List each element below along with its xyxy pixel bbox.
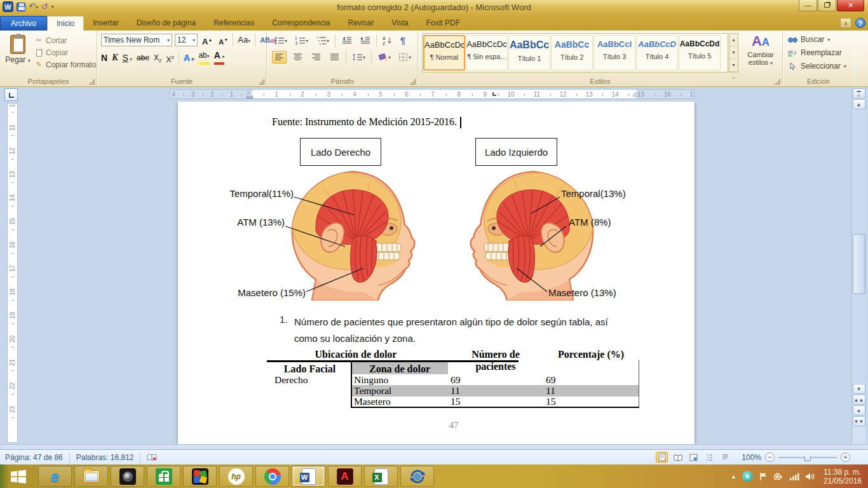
zoom-in-icon[interactable]: +	[841, 452, 850, 462]
justify-button[interactable]	[327, 51, 342, 64]
show-hidden-icons[interactable]: ▲	[731, 473, 736, 480]
left-indent-marker[interactable]	[247, 97, 253, 98]
minimize-button[interactable]: —	[799, 0, 817, 11]
change-case-button[interactable]: Aa▾	[236, 34, 252, 46]
taskbar-excel[interactable]: X	[363, 464, 399, 488]
antivirus-tray-icon[interactable]: e	[742, 471, 753, 482]
text-effects-button[interactable]: A ▾	[184, 51, 194, 65]
zoom-slider[interactable]	[778, 452, 837, 462]
numbering-button[interactable]: ▾	[293, 34, 310, 47]
taskbar-hp-app[interactable]: hp	[218, 464, 254, 488]
align-left-button[interactable]	[272, 51, 287, 64]
fullscreen-reading-view-icon[interactable]	[672, 452, 684, 463]
minimize-ribbon-icon[interactable]: ∧	[840, 18, 851, 28]
font-size-combo[interactable]: 12▾	[175, 34, 198, 46]
page-indicator[interactable]: Página: 47 de 86	[5, 453, 63, 462]
replace-button[interactable]: abac Reemplazar	[788, 48, 842, 57]
volume-speaker-icon[interactable]	[805, 472, 815, 481]
next-page-icon[interactable]: ▼▼	[853, 416, 865, 426]
draft-view-icon[interactable]	[719, 452, 731, 463]
browse-object-icon[interactable]: ●	[853, 405, 865, 416]
spellcheck-icon[interactable]	[147, 453, 158, 462]
cut-button[interactable]: ✂Cortar	[34, 34, 96, 46]
change-styles-button[interactable]: AA Cambiar estilos ▾	[742, 33, 779, 78]
find-button[interactable]: Buscar▾	[788, 35, 830, 44]
style-titulo-3[interactable]: AaBbCcITítulo 3	[593, 35, 635, 71]
zoom-level[interactable]: 100%	[742, 453, 761, 462]
tab-revisar[interactable]: Revisar	[339, 16, 383, 30]
tab-insertar[interactable]: Insertar	[84, 16, 128, 30]
subscript-button[interactable]: X2	[154, 51, 161, 65]
align-right-button[interactable]	[309, 51, 323, 64]
format-painter-button[interactable]: ✎Copiar formato	[34, 58, 96, 71]
sort-button[interactable]: AZ	[381, 34, 395, 47]
font-dialog-launcher[interactable]	[259, 79, 264, 85]
styles-expand-icon[interactable]: ▼─	[729, 59, 738, 72]
horizontal-ruler[interactable]: 43211234567891011121314151617	[169, 89, 695, 99]
style-normal[interactable]: AaBbCcDc¶ Normal	[423, 35, 465, 71]
decrease-indent-button[interactable]	[339, 34, 354, 47]
previous-page-icon[interactable]: ▲▲	[853, 395, 865, 405]
bullets-button[interactable]: ▾	[272, 34, 289, 47]
align-center-button[interactable]	[290, 51, 305, 64]
italic-button[interactable]: K	[112, 51, 118, 65]
styles-dialog-launcher[interactable]	[775, 79, 780, 85]
styles-scroll-down-icon[interactable]: ▼	[729, 46, 738, 59]
taskbar-acrobat[interactable]: A	[327, 464, 363, 488]
select-button[interactable]: Seleccionar▾	[788, 62, 846, 71]
zoom-slider-thumb[interactable]	[804, 454, 811, 461]
tab-stop-marker[interactable]	[492, 92, 496, 96]
strikethrough-button[interactable]: abe	[137, 51, 149, 65]
restore-button[interactable]	[818, 0, 836, 11]
style-sin-espaciado[interactable]: AaBbCcDc¶ Sin espa...	[466, 35, 508, 71]
network-signal-icon[interactable]	[789, 472, 799, 480]
word-count[interactable]: Palabras: 16,812	[76, 453, 134, 462]
taskbar-youcam[interactable]	[109, 464, 146, 488]
shading-button[interactable]: ▾	[376, 51, 393, 64]
font-name-combo[interactable]: Times New Rom▾	[101, 34, 172, 46]
scrollbar-thumb[interactable]	[853, 234, 865, 294]
font-color-button[interactable]: A ▾	[214, 51, 224, 65]
increase-indent-button[interactable]	[358, 34, 372, 47]
style-titulo-5[interactable]: AaBbCcDdTítulo 5	[679, 35, 721, 71]
scroll-up-icon[interactable]: ▲	[853, 99, 865, 109]
bold-button[interactable]: N	[101, 51, 107, 65]
power-battery-icon[interactable]	[773, 472, 783, 481]
copy-button[interactable]: Copiar	[34, 46, 96, 58]
taskbar-word-active[interactable]: W	[290, 464, 327, 488]
taskbar-chrome[interactable]	[254, 464, 290, 488]
style-titulo-1[interactable]: AaBbCcTítulo 1	[508, 35, 550, 71]
tab-foxit-pdf[interactable]: Foxit PDF	[417, 16, 469, 30]
borders-button[interactable]: ▾	[397, 51, 413, 64]
tab-referencias[interactable]: Referencias	[205, 16, 263, 30]
line-spacing-button[interactable]: ▾	[350, 51, 367, 64]
scroll-down-icon[interactable]: ▼	[853, 384, 865, 394]
taskbar-file-explorer[interactable]	[73, 464, 109, 488]
clock[interactable]: 11:38 p. m. 21/05/2016	[824, 468, 862, 485]
tab-vista[interactable]: Vista	[383, 16, 417, 30]
outline-view-icon[interactable]	[703, 452, 715, 463]
horizontal-scrollbar[interactable]	[0, 444, 868, 449]
scrollbar-track[interactable]	[853, 110, 865, 383]
print-layout-view-icon[interactable]	[656, 452, 668, 463]
web-layout-view-icon[interactable]	[688, 452, 700, 463]
start-button[interactable]	[0, 464, 37, 488]
taskbar-games-app[interactable]	[182, 464, 218, 488]
tab-diseno-de-pagina[interactable]: Diseño de página	[128, 16, 205, 30]
ruler-toggle-button[interactable]: ▬▭	[853, 88, 865, 98]
clipboard-dialog-launcher[interactable]	[89, 79, 95, 85]
tab-correspondencia[interactable]: Correspondencia	[263, 16, 339, 30]
styles-scroll-up-icon[interactable]: ▲	[729, 34, 738, 46]
help-icon[interactable]: ?	[855, 18, 865, 28]
show-marks-button[interactable]: ¶	[398, 34, 407, 47]
underline-button[interactable]: S ▾	[122, 51, 132, 65]
highlight-color-button[interactable]: ab▾	[198, 51, 209, 65]
taskbar-windows-store[interactable]	[146, 464, 182, 488]
action-center-flag-icon[interactable]	[759, 472, 768, 481]
shrink-font-button[interactable]: A▼	[217, 34, 230, 46]
vertical-scrollbar[interactable]: ▬▭ ▲ ▼ ▲▲ ● ▼▼	[851, 88, 865, 449]
tab-selector-button[interactable]	[4, 88, 18, 101]
paragraph-dialog-launcher[interactable]	[410, 79, 416, 85]
vertical-ruler[interactable]: 1011121314151617181920212223	[7, 103, 18, 443]
style-titulo-4[interactable]: AaBbCcDTítulo 4	[636, 35, 678, 71]
